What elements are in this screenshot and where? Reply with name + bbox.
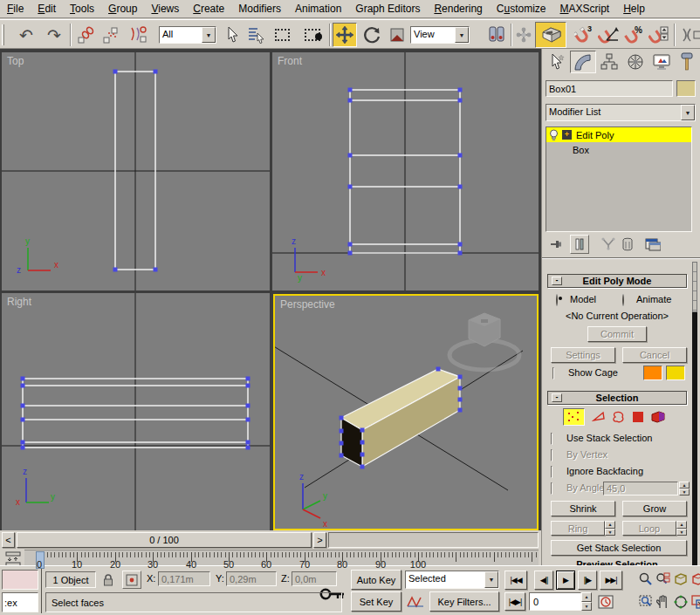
show-cage-label[interactable]: Show Cage xyxy=(568,367,618,378)
menu-rendering[interactable]: Rendering xyxy=(427,1,489,17)
object-color-swatch[interactable] xyxy=(676,80,696,97)
frame-spinner[interactable]: ▲▼ xyxy=(581,592,592,611)
tab-create[interactable] xyxy=(544,51,570,73)
select-and-manipulate-button[interactable] xyxy=(514,24,533,46)
time-slider-handle[interactable]: 0 / 100 xyxy=(17,532,312,548)
shrink-button[interactable]: Shrink xyxy=(551,501,615,516)
subobject-element-button[interactable] xyxy=(649,410,668,424)
previous-frame-slider-button[interactable]: < xyxy=(2,532,15,548)
ring-spinner[interactable]: ▲▼ xyxy=(605,521,615,536)
collapse-icon[interactable]: - xyxy=(552,393,562,402)
tab-motion[interactable] xyxy=(622,51,649,73)
menu-customize[interactable]: Customize xyxy=(490,1,553,17)
snaps-toggle-3d[interactable]: 3 xyxy=(573,23,594,47)
key-filters-button[interactable]: Key Filters... xyxy=(429,591,499,612)
redo-button[interactable]: ↷ xyxy=(42,23,66,47)
menu-tools[interactable]: Tools xyxy=(63,1,101,17)
configure-modifier-sets-button[interactable] xyxy=(643,236,662,253)
stack-item-edit-poly[interactable]: + Edit Poly xyxy=(546,127,691,142)
auto-key-button[interactable]: Auto Key xyxy=(351,570,401,590)
settings-button[interactable]: Settings xyxy=(551,347,615,363)
selection-filter-combo[interactable]: All ▼ xyxy=(159,26,216,44)
rectangular-selection-region-button[interactable] xyxy=(271,24,293,46)
menu-maxscript[interactable]: MAXScript xyxy=(553,1,617,17)
current-frame-field[interactable]: 0 xyxy=(529,592,581,611)
ignore-backfacing-label[interactable]: Ignore Backfacing xyxy=(566,466,643,476)
maxscript-mini-listener[interactable]: :ex xyxy=(2,592,38,612)
stack-item-box[interactable]: Box xyxy=(546,142,691,157)
reference-coordinate-combo[interactable]: View ▼ xyxy=(410,26,470,44)
tab-modify[interactable] xyxy=(570,51,596,73)
ring-button[interactable]: Ring xyxy=(551,521,605,536)
arc-rotate-button[interactable] xyxy=(672,591,689,612)
cage-color-swatch[interactable] xyxy=(643,366,662,380)
cage-selected-color-swatch[interactable] xyxy=(666,366,685,380)
region-zoom-button[interactable] xyxy=(637,591,654,612)
modifier-list-combo[interactable]: Modifier List ▼ xyxy=(546,104,696,121)
modifier-stack-list[interactable]: + Edit Poly Box xyxy=(546,126,692,232)
grow-button[interactable]: Grow xyxy=(622,501,687,516)
select-and-link-icon[interactable] xyxy=(76,24,97,46)
select-object-button[interactable] xyxy=(223,24,243,46)
expand-stack-icon[interactable]: + xyxy=(562,130,572,140)
menu-views[interactable]: Views xyxy=(144,1,186,17)
toolbar-grip[interactable] xyxy=(2,24,4,45)
bind-to-spacewarp-icon[interactable] xyxy=(126,24,152,46)
selection-rollout-header[interactable]: - Selection xyxy=(547,391,687,405)
viewport-top-label[interactable]: Top xyxy=(7,55,24,67)
ignore-backfacing-checkbox[interactable] xyxy=(551,467,552,477)
get-stack-selection-button[interactable]: Get Stack Selection xyxy=(551,540,687,556)
absolute-offset-mode-toggle[interactable] xyxy=(122,571,141,589)
by-vertex-checkbox[interactable] xyxy=(551,450,552,461)
use-stack-selection-label[interactable]: Use Stack Selection xyxy=(566,433,652,443)
mirror-button-clipped[interactable] xyxy=(678,24,700,46)
select-and-scale-button[interactable] xyxy=(387,24,408,46)
go-to-end-button[interactable]: ▶▶| xyxy=(600,571,622,590)
menu-create[interactable]: Create xyxy=(186,1,231,17)
menu-graph-editors[interactable]: Graph Editors xyxy=(348,1,427,17)
spinner-snap-toggle[interactable] xyxy=(648,23,670,47)
pan-view-button[interactable] xyxy=(655,591,671,612)
animate-radio[interactable] xyxy=(622,295,624,305)
viewport-front[interactable]: z y x Front xyxy=(272,52,539,290)
window-crossing-toggle[interactable] xyxy=(300,24,324,46)
pin-stack-button[interactable] xyxy=(547,236,565,253)
chevron-down-icon[interactable]: ▼ xyxy=(681,105,695,120)
viewport-front-label[interactable]: Front xyxy=(278,55,302,67)
menu-edit[interactable]: Edit xyxy=(31,1,63,17)
by-angle-field[interactable]: 45,0 xyxy=(603,482,678,495)
loop-button[interactable]: Loop xyxy=(622,521,676,536)
menu-modifiers[interactable]: Modifiers xyxy=(231,1,288,17)
select-by-name-button[interactable] xyxy=(246,24,267,46)
lightbulb-icon[interactable] xyxy=(548,129,559,141)
select-and-move-button[interactable] xyxy=(333,23,357,47)
menu-help[interactable]: Help xyxy=(616,1,652,17)
chevron-down-icon[interactable]: ▼ xyxy=(202,27,216,43)
collapse-icon[interactable]: - xyxy=(552,277,562,285)
tab-hierarchy[interactable] xyxy=(596,51,622,73)
commit-button[interactable]: Commit xyxy=(587,326,647,342)
zoom-extents-all-button[interactable] xyxy=(690,569,700,590)
next-frame-slider-button[interactable]: > xyxy=(313,532,326,548)
edit-poly-mode-rollout-header[interactable]: - Edit Poly Mode xyxy=(547,274,687,288)
by-angle-checkbox[interactable] xyxy=(551,483,552,494)
menu-animation[interactable]: Animation xyxy=(288,1,348,17)
set-key-button[interactable]: Set Key xyxy=(351,591,401,612)
use-pivot-point-center-button[interactable] xyxy=(485,24,508,46)
zoom-button[interactable] xyxy=(637,569,654,590)
make-unique-button[interactable] xyxy=(600,236,617,253)
select-and-rotate-button[interactable] xyxy=(360,23,384,47)
tab-display[interactable] xyxy=(649,51,675,73)
y-coordinate-field[interactable]: 0,29m xyxy=(226,571,277,586)
time-slider-track[interactable] xyxy=(328,532,539,548)
cancel-button[interactable]: Cancel xyxy=(622,347,687,363)
preview-selection-rollout-header[interactable]: Preview Selection xyxy=(547,559,687,565)
maximize-viewport-toggle[interactable] xyxy=(690,591,700,612)
menu-group[interactable]: Group xyxy=(101,1,144,17)
maxscript-mini-listener-macro[interactable] xyxy=(2,570,38,590)
angle-snap-toggle[interactable] xyxy=(597,23,621,47)
viewport-top[interactable]: y x z Top xyxy=(2,52,270,290)
object-name-field[interactable]: Box01 xyxy=(546,80,673,97)
selection-set-combo[interactable]: Selected ▼ xyxy=(405,571,499,589)
loop-spinner[interactable]: ▲▼ xyxy=(676,521,687,536)
